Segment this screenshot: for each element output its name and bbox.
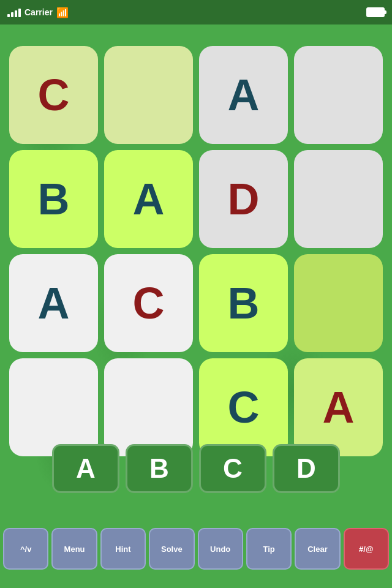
letter-button-d[interactable]: D xyxy=(273,444,340,493)
status-left: Carrier 📶 xyxy=(7,7,69,18)
letter-buttons: ABCD xyxy=(6,444,386,493)
grid: CABADACBCA xyxy=(6,43,386,459)
grid-cell-7[interactable] xyxy=(294,150,383,248)
cell-letter-5: A xyxy=(133,174,165,224)
action-buttons: ^/vMenuHintSolveUndoTipClear#/@ xyxy=(3,528,389,570)
grid-cell-0[interactable]: C xyxy=(9,46,98,144)
grid-cell-11[interactable] xyxy=(294,254,383,352)
grid-cell-6[interactable]: D xyxy=(199,150,288,248)
menu-btn[interactable]: Menu xyxy=(51,528,97,570)
cell-letter-14: C xyxy=(228,382,260,432)
letter-button-c[interactable]: C xyxy=(199,444,266,493)
solve-btn[interactable]: Solve xyxy=(149,528,194,570)
status-bar: Carrier 📶 xyxy=(0,0,392,24)
grid-cell-4[interactable]: B xyxy=(9,150,98,248)
wifi-icon: 📶 xyxy=(56,7,69,18)
grid-cell-8[interactable]: A xyxy=(9,254,98,352)
carrier-label: Carrier xyxy=(24,7,53,17)
cell-letter-0: C xyxy=(38,70,70,120)
tip-btn[interactable]: Tip xyxy=(246,528,292,570)
grid-cell-5[interactable]: A xyxy=(104,150,193,248)
signal-icon xyxy=(7,7,21,17)
grid-cell-3[interactable] xyxy=(294,46,383,144)
grid-cell-14[interactable]: C xyxy=(199,358,288,456)
grid-cell-10[interactable]: B xyxy=(199,254,288,352)
grid-cell-12[interactable] xyxy=(9,358,98,456)
grid-cell-1[interactable] xyxy=(104,46,193,144)
cell-letter-2: A xyxy=(228,70,260,120)
grid-cell-2[interactable]: A xyxy=(199,46,288,144)
cell-letter-8: A xyxy=(38,278,70,328)
grid-cell-15[interactable]: A xyxy=(294,358,383,456)
cell-letter-6: D xyxy=(228,174,260,224)
sort-btn[interactable]: ^/v xyxy=(3,528,48,570)
letter-button-b[interactable]: B xyxy=(126,444,193,493)
battery-icon xyxy=(366,7,385,17)
cell-letter-9: C xyxy=(133,278,165,328)
cell-letter-15: A xyxy=(323,382,355,432)
grid-cell-9[interactable]: C xyxy=(104,254,193,352)
game-area: CABADACBCA ABCD ^/vMenuHintSolveUndoTipC… xyxy=(0,24,392,588)
cell-letter-10: B xyxy=(228,278,260,328)
symbol-btn[interactable]: #/@ xyxy=(344,528,389,570)
undo-btn[interactable]: Undo xyxy=(198,528,243,570)
cell-letter-4: B xyxy=(38,174,70,224)
hint-btn[interactable]: Hint xyxy=(100,528,146,570)
grid-cell-13[interactable] xyxy=(104,358,193,456)
letter-button-a[interactable]: A xyxy=(52,444,119,493)
clear-btn[interactable]: Clear xyxy=(295,528,340,570)
